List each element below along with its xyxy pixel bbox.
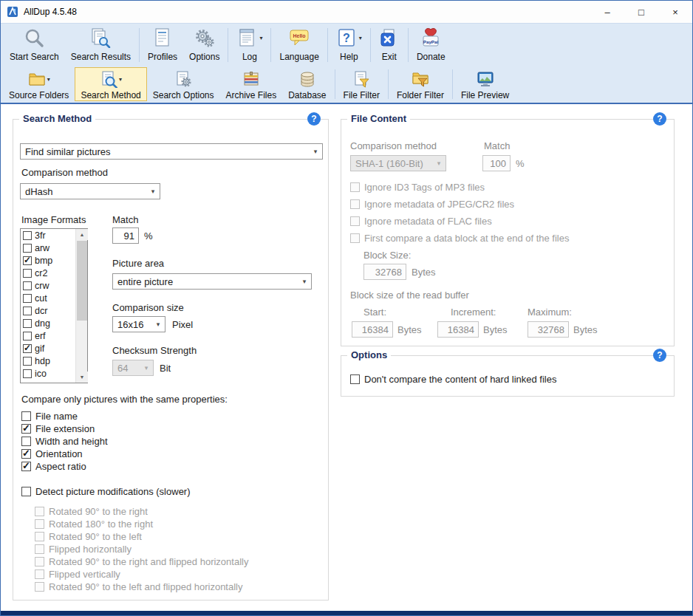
increment-unit-label: Bytes (483, 324, 508, 335)
checkbox-file-extension[interactable]: File extension (21, 423, 95, 434)
list-item-label: hdp (35, 356, 50, 366)
checkbox-box (350, 182, 360, 192)
list-item-label: dcr (35, 306, 47, 316)
checkbox-hard-linked-files[interactable]: Don't compare the content of hard linked… (350, 374, 556, 385)
tabs-toolbar: ▾ Source Folders ▾ Search Method Search … (1, 66, 692, 104)
close-button[interactable]: × (658, 1, 692, 23)
checkbox-box[interactable] (23, 294, 32, 303)
checkbox-box[interactable] (23, 256, 32, 265)
tab-archive-files[interactable]: Archive Files (219, 67, 282, 101)
language-icon: Hello (289, 27, 310, 50)
checkbox-box (35, 544, 44, 554)
maximize-button[interactable]: □ (624, 1, 658, 23)
checkbox-label: Flipped horizontally (49, 544, 132, 555)
comparison-size-label: Comparison size (112, 302, 184, 313)
toolbar-profiles-button[interactable]: Profiles (142, 25, 183, 65)
search-mode-value: Find similar pictures (21, 146, 309, 157)
log-icon (236, 27, 257, 50)
chevron-down-icon[interactable]: ▾ (359, 35, 362, 41)
checkbox-box[interactable] (23, 344, 32, 353)
toolbar-language-button[interactable]: Hello Language (273, 25, 324, 65)
list-item[interactable]: ico (21, 367, 75, 380)
checkbox-box[interactable] (23, 269, 32, 278)
chevron-down-icon[interactable]: ▾ (259, 35, 262, 41)
chevron-down-icon[interactable]: ▾ (47, 77, 50, 83)
checkbox-box[interactable] (23, 357, 32, 366)
checkbox-width-height[interactable]: Width and height (21, 436, 108, 447)
tab-search-options[interactable]: Search Options (147, 67, 220, 101)
tab-file-filter[interactable]: File Filter (338, 67, 386, 101)
match-input[interactable] (112, 227, 139, 244)
list-item[interactable]: cut (21, 292, 75, 304)
checkbox-box (350, 199, 360, 209)
checkbox-label: Rotated 90° to the left (49, 531, 142, 542)
list-item[interactable]: 3fr (21, 229, 75, 242)
tab-label: File Filter (344, 90, 380, 100)
comparison-method-select[interactable]: dHash ▾ (20, 183, 160, 199)
toolbar-exit-button[interactable]: Exit (373, 25, 406, 65)
image-formats-items: 3fr arw bmp cr2 crw cut dcr dng erf gif … (21, 229, 75, 383)
checkbox-box (350, 233, 360, 243)
toolbar-help-button[interactable]: ? ▾ Help (330, 25, 368, 65)
image-formats-list[interactable]: 3fr arw bmp cr2 crw cut dcr dng erf gif … (20, 228, 88, 383)
checkbox-detect-modifications[interactable]: Detect picture modifications (slower) (21, 486, 191, 497)
toolbar-start-search-button[interactable]: Start Search (4, 25, 65, 65)
help-badge-icon[interactable]: ? (653, 112, 666, 126)
chevron-down-icon: ▾ (298, 278, 311, 285)
checkbox-box[interactable] (23, 231, 32, 240)
help-badge-icon[interactable]: ? (307, 112, 321, 126)
list-item[interactable]: erf (21, 329, 75, 342)
checksum-strength-select: 64 ▾ (112, 360, 154, 376)
tab-search-method[interactable]: ▾ Search Method (75, 67, 146, 101)
minimize-button[interactable]: – (590, 1, 624, 23)
checkbox-box[interactable] (23, 332, 32, 340)
scroll-up-icon[interactable]: ▲ (76, 229, 88, 240)
start-search-icon (24, 27, 44, 50)
checkbox-box[interactable] (23, 369, 32, 378)
exit-icon (379, 27, 400, 50)
scrollbar-thumb[interactable] (77, 241, 87, 321)
checkbox-label: Orientation (35, 448, 83, 459)
list-item[interactable]: arw (21, 242, 75, 254)
list-item[interactable]: dcr (21, 304, 75, 317)
picture-area-select[interactable]: entire picture ▾ (112, 273, 312, 290)
tab-source-folders[interactable]: ▾ Source Folders (3, 67, 75, 101)
checkbox-box[interactable] (23, 307, 32, 315)
list-item[interactable]: bmp (21, 254, 75, 267)
list-item[interactable]: crw (21, 279, 75, 292)
chevron-down-icon[interactable]: ▾ (119, 77, 122, 83)
toolbar-log-button[interactable]: ▾ Log (231, 25, 268, 65)
tab-database[interactable]: Database (282, 67, 332, 101)
toolbar-donate-button[interactable]: PayPal Donate (411, 25, 451, 65)
checkbox-box[interactable] (23, 319, 32, 328)
list-item[interactable]: cr2 (21, 267, 75, 279)
scrollbar[interactable]: ▲ ▼ (75, 229, 87, 383)
checkbox-box[interactable] (23, 244, 32, 253)
list-item[interactable]: hdp (21, 355, 75, 367)
checkbox-box[interactable] (23, 281, 32, 290)
block-size-unit-label: Bytes (412, 267, 436, 278)
list-item[interactable]: gif (21, 342, 75, 355)
toolbar-label: Log (242, 52, 257, 62)
fc-comparison-method-value: SHA-1 (160-Bit) (351, 158, 432, 169)
toolbar-search-results-button[interactable]: Search Results (65, 25, 137, 65)
checkbox-aspect-ratio[interactable]: Aspect ratio (21, 461, 86, 472)
checkbox-file-name[interactable]: File name (21, 411, 78, 422)
comparison-size-select[interactable]: 16x16 ▾ (112, 316, 165, 332)
search-mode-select[interactable]: Find similar pictures ▾ (20, 143, 323, 160)
scroll-down-icon[interactable]: ▼ (76, 372, 88, 383)
toolbar-label: Donate (417, 52, 446, 62)
checkbox-ignore-id3: Ignore ID3 Tags of MP3 files (350, 182, 485, 193)
comparison-method-value: dHash (21, 186, 146, 197)
list-item[interactable]: dng (21, 317, 75, 329)
checkbox-box (35, 532, 44, 541)
match-label: Match (112, 214, 138, 225)
checkbox-orientation[interactable]: Orientation (21, 448, 83, 459)
image-formats-label: Image Formats (21, 214, 86, 225)
tab-folder-filter[interactable]: Folder Filter (391, 67, 450, 101)
tab-file-preview[interactable]: File Preview (455, 67, 515, 101)
toolbar-options-button[interactable]: Options (183, 25, 225, 65)
help-badge-icon[interactable]: ? (653, 349, 666, 362)
checkbox-label: Ignore metadata of JPEG/CR2 files (364, 199, 514, 210)
gear-icon (194, 27, 215, 50)
